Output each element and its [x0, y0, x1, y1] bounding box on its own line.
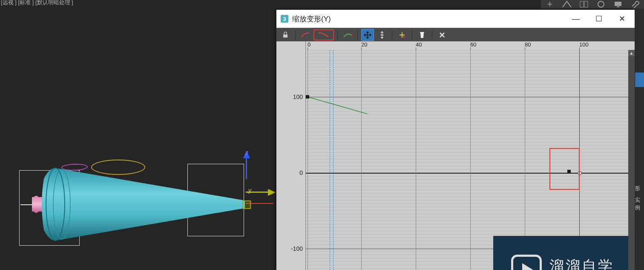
window-close-button[interactable]: ✕: [617, 14, 627, 23]
curve-right-icon[interactable]: [313, 29, 334, 41]
svg-point-11: [403, 36, 405, 38]
deform-plot[interactable]: 溜溜自学 ZIXUE.3D66.COM: [306, 50, 628, 270]
scale-vertical-icon[interactable]: [376, 29, 388, 41]
reset-icon[interactable]: [436, 29, 448, 41]
window-title: 缩放变形(Y): [292, 14, 331, 24]
right-panel-item-instance[interactable]: 实例: [635, 196, 644, 212]
viewport-labels: [远视 ] [标准 ] [默认明暗处理 ]: [1, 0, 73, 6]
gizmo-z-label: z: [245, 149, 248, 156]
curve-point-start[interactable]: [306, 95, 309, 99]
svg-rect-1: [584, 1, 588, 7]
tutorial-highlight-box: [549, 148, 580, 190]
lock-icon[interactable]: [279, 29, 292, 41]
screen-icon[interactable]: [612, 0, 624, 8]
svg-point-10: [351, 34, 352, 36]
snap-angle-icon[interactable]: [561, 0, 573, 8]
loft-profile-ellipse: [91, 160, 145, 175]
snap-grid-icon[interactable]: [578, 0, 590, 8]
y-tick-m100: -100: [291, 245, 303, 252]
x-tick-40: 40: [416, 41, 422, 48]
y-tick-100: 100: [293, 93, 303, 100]
x-tick-20: 20: [361, 41, 367, 48]
loft-end-bbox: [187, 164, 244, 236]
gizmo-z-axis[interactable]: [246, 154, 247, 179]
x-tick-100: 100: [579, 41, 589, 48]
deform-toolbar: [276, 28, 635, 42]
svg-rect-4: [617, 6, 619, 7]
ruler-x: 0 20 40 60 80 100: [306, 41, 635, 50]
svg-point-2: [598, 1, 604, 7]
top-icon-strip: +: [541, 0, 644, 9]
deform-curve[interactable]: [306, 50, 434, 114]
loft-path-line: [20, 204, 244, 205]
svg-rect-3: [615, 2, 621, 6]
window-titlebar[interactable]: 3 缩放变形(Y) — ☐ ✕: [276, 10, 635, 28]
watermark: 溜溜自学 ZIXUE.3D66.COM: [493, 236, 628, 270]
wrench-icon[interactable]: [629, 0, 641, 8]
gizmo-y-label: y: [248, 187, 251, 194]
insert-point-icon[interactable]: [396, 29, 408, 41]
curve-green-icon[interactable]: [341, 29, 354, 41]
x-tick-0: 0: [308, 41, 310, 48]
window-maximize-button[interactable]: ☐: [594, 14, 604, 23]
watermark-brand: 溜溜自学: [549, 256, 620, 270]
move-point-icon[interactable]: [361, 29, 374, 41]
loft-cap-bbox: [19, 170, 80, 246]
app-icon: 3: [281, 15, 288, 23]
svg-rect-0: [580, 1, 584, 7]
circle-icon[interactable]: [595, 0, 607, 8]
right-panel-item-shape[interactable]: 形: [635, 185, 640, 192]
viewport-3d[interactable]: z y: [0, 6, 276, 270]
plus-icon[interactable]: +: [543, 0, 556, 8]
plot-vertical-scrollbar[interactable]: ▲: [628, 50, 635, 270]
play-icon: [511, 255, 542, 270]
grid-v-60: [470, 50, 471, 270]
scale-deform-window: 3 缩放变形(Y) — ☐ ✕: [276, 9, 635, 270]
x-tick-60: 60: [470, 41, 476, 48]
gizmo-xy-plane[interactable]: [242, 200, 251, 209]
scroll-up-icon[interactable]: ▲: [628, 50, 635, 56]
svg-rect-9: [283, 35, 288, 38]
loft-profile-small-ellipse: [61, 163, 88, 171]
delete-point-icon[interactable]: [416, 29, 428, 41]
y-tick-0: 0: [299, 169, 303, 176]
ruler-y: 100 0 -100: [276, 41, 306, 270]
window-minimize-button[interactable]: —: [571, 15, 581, 23]
curve-left-icon[interactable]: [299, 29, 312, 41]
x-tick-80: 80: [525, 41, 531, 48]
right-panel-active-tab[interactable]: [634, 73, 644, 87]
